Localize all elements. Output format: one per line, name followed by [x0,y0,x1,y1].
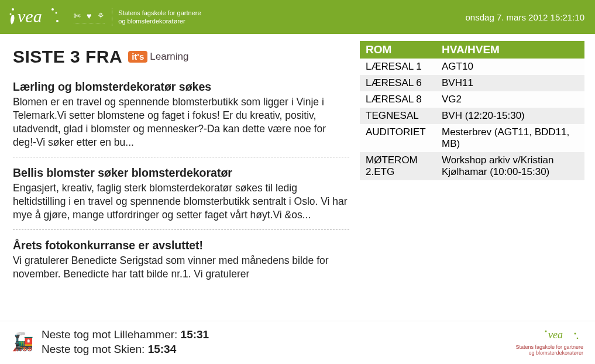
room-column: ROM HVA/HVEM LÆRESAL 1AGT10LÆRESAL 6BVH1… [360,41,584,293]
table-row: LÆRESAL 1AGT10 [360,59,584,75]
train-lines: Neste tog mot Lillehammer: 15:31 Neste t… [42,327,209,357]
train-info: 🚂 Neste tog mot Lillehammer: 15:31 Neste… [12,327,209,357]
svg-point-3 [51,8,54,11]
what-cell: AGT10 [436,59,584,75]
section-title-row: SISTE 3 FRA it's Learning [13,47,349,67]
svg-point-1 [10,13,12,15]
logo-block: vea ✄ ♥ ⚘ Statens fagskole for gartnere … [7,4,201,30]
table-row: MØTEROM 2.ETGWorkshop arkiv v/Kristian K… [360,152,584,180]
train-line-1: Neste tog mot Lillehammer: 15:31 [42,327,209,342]
what-cell: Workshop arkiv v/Kristian Kjølhamar (10:… [436,152,584,180]
footer: 🚂 Neste tog mot Lillehammer: 15:31 Neste… [0,321,595,364]
table-row: TEGNESALBVH (12:20-15:30) [360,108,584,124]
footer-tagline2: og blomsterdekoratører [515,351,583,356]
table-row: LÆRESAL 8VG2 [360,91,584,108]
svg-point-7 [545,331,547,332]
tagline-line2: og blomsterdekoratører [118,18,201,26]
what-cell: Mesterbrev (AGT11, BDD11, MB) [436,124,584,152]
room-cell: TEGNESAL [360,108,436,124]
room-cell: MØTEROM 2.ETG [360,152,436,180]
news-title: Årets fotokonkurranse er avsluttet! [13,238,349,253]
train2-label: Neste tog mot Skien: [42,343,148,355]
room-cell: AUDITORIET [360,124,436,152]
what-cell: VG2 [436,91,584,108]
train-icon: 🚂 [12,333,33,351]
train-line-2: Neste tog mot Skien: 15:34 [42,342,209,357]
news-title: Bellis blomster søker blomsterdekoratør [13,166,349,181]
news-item[interactable]: Lærling og blomsterdekoratør søkesBlomen… [13,80,349,157]
train2-time: 15:34 [148,343,177,355]
room-cell: LÆRESAL 8 [360,91,436,108]
vea-logo-icon: vea [7,4,66,30]
svg-point-8 [575,333,576,335]
room-table: ROM HVA/HVEM LÆRESAL 1AGT10LÆRESAL 6BVH1… [360,41,584,180]
footer-logo: vea Statens fagskole for gartnere og blo… [515,328,583,356]
content-area: SISTE 3 FRA it's Learning Lærling og blo… [0,34,595,293]
news-list: Lærling og blomsterdekoratør søkesBlomen… [13,80,349,289]
section-title: SISTE 3 FRA [13,47,122,67]
header-datetime: onsdag 7. mars 2012 15:21:10 [466,12,584,22]
news-column: SISTE 3 FRA it's Learning Lærling og blo… [13,41,349,293]
table-row: AUDITORIETMesterbrev (AGT11, BDD11, MB) [360,124,584,152]
scissors-icon: ✄ [74,11,81,20]
train1-time: 15:31 [181,328,209,341]
news-title: Lærling og blomsterdekoratør søkes [13,80,349,95]
its-pill: it's [128,51,147,63]
svg-point-9 [577,338,579,339]
its-word: Learning [150,51,188,63]
train1-label: Neste tog mot Lillehammer: [42,328,181,341]
room-header-rom: ROM [360,41,436,59]
header-tagline: Statens fagskole for gartnere og blomste… [112,8,201,26]
vea-footer-logo-icon: vea [542,328,583,343]
what-cell: BVH (12:20-15:30) [436,108,584,124]
app-header: vea ✄ ♥ ⚘ Statens fagskole for gartnere … [0,0,595,34]
header-icons: ✄ ♥ ⚘ [74,11,105,23]
svg-point-5 [56,20,59,22]
tagline-line1: Statens fagskole for gartnere [118,9,201,18]
what-cell: BVH11 [436,75,584,91]
news-body: Engasjert, kreativ, faglig sterk blomste… [13,181,349,222]
table-row: LÆRESAL 6BVH11 [360,75,584,91]
news-item[interactable]: Bellis blomster søker blomsterdekoratørE… [13,166,349,230]
room-cell: LÆRESAL 6 [360,75,436,91]
svg-point-4 [56,12,57,14]
heart-icon: ♥ [87,11,91,20]
svg-point-0 [12,8,14,11]
svg-text:vea: vea [18,6,42,26]
news-body: Vi gratulerer Benedicte Serigstad som vi… [13,254,349,281]
news-item[interactable]: Årets fotokonkurranse er avsluttet!Vi gr… [13,238,349,289]
pot-icon: ⚘ [97,11,105,20]
svg-text:vea: vea [548,329,563,341]
news-body: Blomen er en travel og spennende blomste… [13,95,349,149]
itslearning-badge: it's Learning [128,51,188,63]
room-cell: LÆRESAL 1 [360,59,436,75]
room-header-hva: HVA/HVEM [436,41,584,59]
